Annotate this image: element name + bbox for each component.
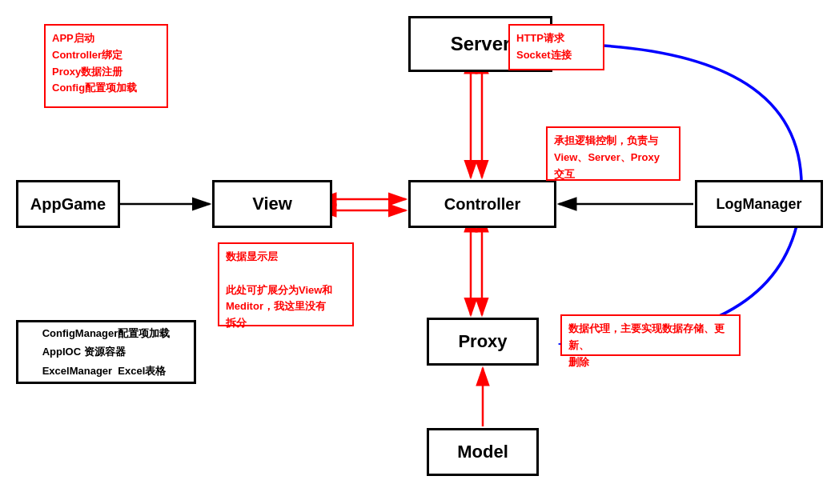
http-request-note: HTTP请求Socket连接 [508,24,604,70]
data-display-note: 数据显示层此处可扩展分为View和Meditor，我这里没有拆分 [218,242,354,326]
controller-desc-note: 承担逻辑控制，负责与View、Server、Proxy交互 [546,126,680,181]
proxy-box: Proxy [427,318,539,366]
proxy-desc-note: 数据代理，主要实现数据存储、更新、删除 [560,314,741,356]
app-startup-note: APP启动Controller绑定Proxy数据注册Config配置项加载 [44,24,168,108]
view-box: View [212,180,332,228]
configmanager-box: ConfigManager配置项加载AppIOC 资源容器ExcelManage… [16,320,196,384]
model-box: Model [427,428,539,476]
controller-box: Controller [408,180,556,228]
logmanager-box: LogManager [695,180,823,228]
appgame-box: AppGame [16,180,120,228]
